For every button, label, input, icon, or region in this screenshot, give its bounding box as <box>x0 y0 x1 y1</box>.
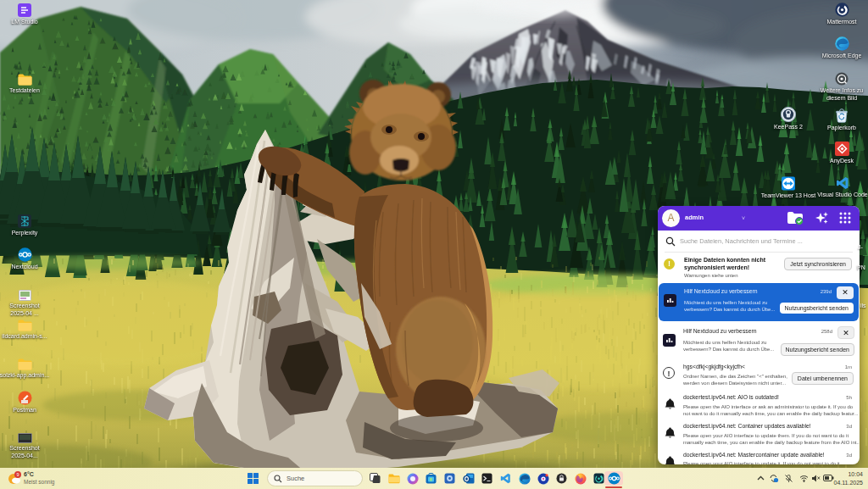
svg-text:9: 9 <box>16 472 19 477</box>
